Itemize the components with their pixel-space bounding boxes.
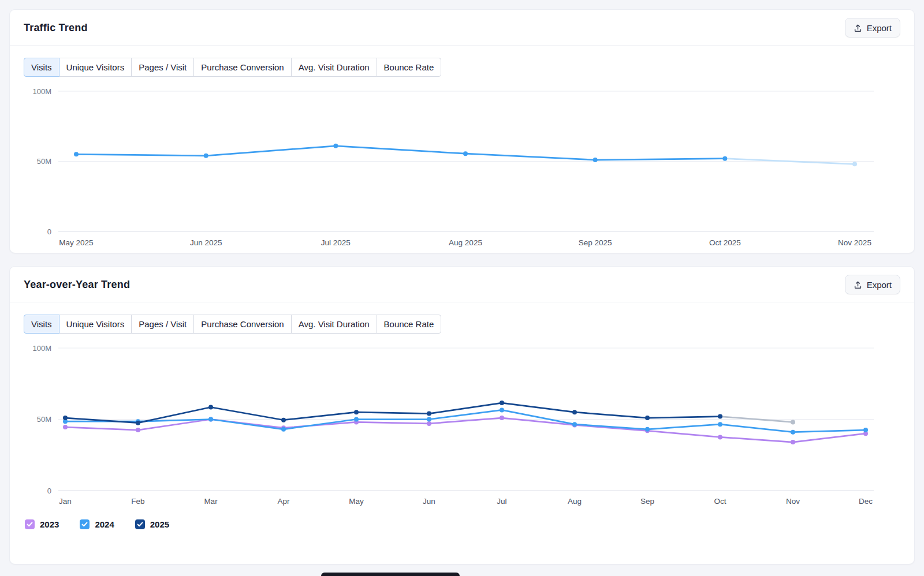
svg-text:Oct 2025: Oct 2025 — [709, 238, 741, 247]
svg-text:May: May — [349, 497, 364, 506]
svg-text:Sep 2025: Sep 2025 — [579, 238, 612, 247]
traffic-trend-card: Traffic Trend Export VisitsUnique Visito… — [9, 9, 915, 253]
yoy-trend-title: Year-over-Year Trend — [24, 279, 130, 291]
yoy-trend-card: Year-over-Year Trend Export VisitsUnique… — [9, 266, 915, 564]
tab-bounce-rate[interactable]: Bounce Rate — [377, 315, 442, 334]
svg-text:Apr: Apr — [277, 497, 290, 506]
svg-text:Jul: Jul — [497, 497, 506, 506]
svg-text:Jun: Jun — [423, 497, 435, 506]
tab-unique-visitors[interactable]: Unique Visitors — [59, 58, 132, 77]
svg-text:100M: 100M — [32, 87, 51, 96]
checkbox-checked-icon[interactable] — [135, 519, 145, 529]
yoy-trend-header: Year-over-Year Trend Export — [10, 267, 914, 302]
legend-label: 2023 — [40, 519, 59, 529]
legend-item-2023[interactable]: 2023 — [25, 519, 59, 529]
svg-text:0: 0 — [47, 227, 51, 236]
svg-text:Nov: Nov — [786, 497, 800, 506]
svg-text:Jan: Jan — [59, 497, 72, 506]
traffic-trend-chart: 050M100MMay 2025Jun 2025Jul 2025Aug 2025… — [10, 85, 914, 250]
svg-text:Jul 2025: Jul 2025 — [321, 238, 351, 247]
yoy-legend: 202320242025 — [25, 519, 914, 529]
svg-text:0: 0 — [47, 487, 51, 495]
svg-text:Dec: Dec — [859, 497, 873, 506]
svg-text:Sep: Sep — [640, 497, 654, 506]
svg-text:Aug 2025: Aug 2025 — [449, 238, 482, 247]
svg-text:Feb: Feb — [131, 497, 144, 506]
legend-label: 2024 — [95, 519, 114, 529]
svg-text:50M: 50M — [37, 415, 51, 424]
metric-tabs-traffic: VisitsUnique VisitorsPages / VisitPurcha… — [24, 58, 441, 77]
svg-text:Mar: Mar — [204, 497, 218, 506]
export-button-yoy[interactable]: Export — [845, 275, 900, 294]
export-icon — [854, 280, 862, 289]
svg-text:Aug: Aug — [568, 497, 582, 506]
tab-avg-visit-duration[interactable]: Avg. Visit Duration — [291, 58, 377, 77]
legend-label: 2025 — [150, 519, 169, 529]
metric-tabs-yoy: VisitsUnique VisitorsPages / VisitPurcha… — [24, 315, 441, 334]
legend-item-2025[interactable]: 2025 — [135, 519, 169, 529]
tab-avg-visit-duration[interactable]: Avg. Visit Duration — [291, 315, 377, 334]
tab-visits[interactable]: Visits — [24, 58, 59, 77]
bottom-cutoff-overlay — [321, 573, 460, 576]
tab-pages-visit[interactable]: Pages / Visit — [131, 58, 194, 77]
svg-text:Nov 2025: Nov 2025 — [838, 238, 871, 247]
svg-text:Jun 2025: Jun 2025 — [190, 238, 222, 247]
tab-unique-visitors[interactable]: Unique Visitors — [59, 315, 132, 334]
export-button-label: Export — [867, 23, 892, 33]
traffic-trend-header: Traffic Trend Export — [10, 10, 914, 46]
svg-text:50M: 50M — [37, 157, 51, 166]
checkbox-checked-icon[interactable] — [25, 519, 35, 529]
svg-text:100M: 100M — [32, 344, 51, 353]
tab-bounce-rate[interactable]: Bounce Rate — [377, 58, 442, 77]
traffic-trend-title: Traffic Trend — [24, 22, 88, 34]
tab-purchase-conversion[interactable]: Purchase Conversion — [193, 58, 291, 77]
checkbox-checked-icon[interactable] — [80, 519, 90, 529]
svg-text:Oct: Oct — [714, 497, 726, 506]
yoy-trend-chart: 050M100MJanFebMarAprMayJunJulAugSepOctNo… — [10, 342, 914, 508]
tab-visits[interactable]: Visits — [24, 315, 59, 334]
export-icon — [854, 24, 862, 32]
legend-item-2024[interactable]: 2024 — [80, 519, 114, 529]
tab-purchase-conversion[interactable]: Purchase Conversion — [193, 315, 291, 334]
export-button-label: Export — [867, 280, 892, 290]
svg-text:May 2025: May 2025 — [59, 238, 93, 247]
export-button-traffic[interactable]: Export — [845, 18, 900, 38]
tab-pages-visit[interactable]: Pages / Visit — [131, 315, 194, 334]
